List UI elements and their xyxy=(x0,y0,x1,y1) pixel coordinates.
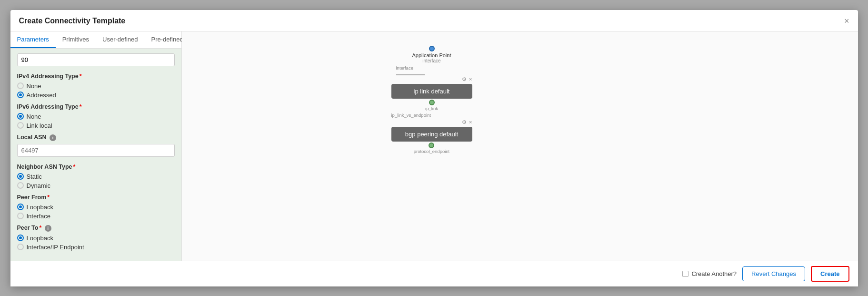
connector2-label-area: ip_link_vs_endpoint xyxy=(391,112,472,118)
peer-from-loopback[interactable]: Loopback xyxy=(17,204,175,211)
ipv6-required: * xyxy=(80,103,82,110)
neighbor-asn-label: Neighbor ASN Type* xyxy=(17,163,175,170)
node1-close-icon[interactable]: × xyxy=(469,76,472,82)
create-another-checkbox[interactable] xyxy=(682,271,688,277)
ipv4-radio-group: None Addressed xyxy=(17,82,175,99)
modal-footer: Create Another? Revert Changes Create xyxy=(10,261,858,286)
app-point-dot xyxy=(429,46,435,51)
peer-from-loopback-dot xyxy=(19,205,22,208)
local-asn-label: Local ASN i xyxy=(17,134,175,141)
peer-to-loopback-circle xyxy=(17,235,24,241)
ipv6-none[interactable]: None xyxy=(17,113,175,120)
peer-from-interface-circle xyxy=(17,213,24,219)
ipv4-none-circle xyxy=(17,82,24,89)
peer-to-loopback[interactable]: Loopback xyxy=(17,235,175,242)
neighbor-asn-radio-group: Static Dynamic xyxy=(17,173,175,189)
node2-box[interactable]: bgp peering default xyxy=(391,127,472,142)
ipv4-addressed[interactable]: Addressed xyxy=(17,92,175,99)
app-point-label: Application Point xyxy=(412,52,451,58)
neighbor-asn-static-dot xyxy=(19,175,22,178)
modal-overlay: Create Connectivity Template × Parameter… xyxy=(0,0,868,296)
peer-from-interface[interactable]: Interface xyxy=(17,213,175,220)
revert-button[interactable]: Revert Changes xyxy=(742,266,805,281)
neighbor-asn-required: * xyxy=(73,163,75,170)
node1-port-label: ip_link xyxy=(425,106,438,111)
ipv6-none-dot xyxy=(19,115,22,118)
node2-port-dot xyxy=(429,143,434,148)
form-scroll-area[interactable]: IPv4 Addressing Type* None Addressed xyxy=(10,49,181,261)
left-panel: Parameters Primitives User-defined Pre-d… xyxy=(10,31,182,261)
modal-body: Parameters Primitives User-defined Pre-d… xyxy=(10,31,858,261)
ipv4-addressed-circle xyxy=(17,92,24,98)
ipv6-label: IPv6 Addressing Type* xyxy=(17,103,175,110)
node2-port-label: protocol_endpoint xyxy=(414,149,450,154)
node1-gear-icon[interactable]: ⚙ xyxy=(462,76,467,82)
ipv6-radio-group: None Link local xyxy=(17,113,175,129)
neighbor-asn-static[interactable]: Static xyxy=(17,173,175,180)
tabs-bar: Parameters Primitives User-defined Pre-d… xyxy=(10,31,181,49)
right-panel: Application Point interface interface ⚙ xyxy=(182,31,858,261)
tab-primitives[interactable]: Primitives xyxy=(56,31,96,48)
node2-wrapper: ⚙ × bgp peering default protocol_endpoin… xyxy=(391,119,472,154)
create-another-area: Create Another? xyxy=(682,270,737,277)
ipv6-none-circle xyxy=(17,113,24,120)
tab-parameters[interactable]: Parameters xyxy=(10,31,56,48)
peer-to-label: Peer To* i xyxy=(17,225,175,232)
modal: Create Connectivity Template × Parameter… xyxy=(10,10,858,286)
modal-header: Create Connectivity Template × xyxy=(10,10,858,31)
peer-from-required: * xyxy=(47,194,50,201)
peer-from-radio-group: Loopback Interface xyxy=(17,204,175,220)
peer-to-interface-ip[interactable]: Interface/IP Endpoint xyxy=(17,244,175,251)
node1-port: ip_link xyxy=(425,100,438,111)
local-asn-info-icon: i xyxy=(50,134,56,141)
neighbor-asn-dynamic-circle xyxy=(17,182,24,189)
create-button[interactable]: Create xyxy=(811,266,849,282)
ipv4-label: IPv4 Addressing Type* xyxy=(17,73,175,80)
ipv6-link-local-circle xyxy=(17,122,24,129)
ipv4-required: * xyxy=(80,73,82,80)
node1-box[interactable]: ip link default xyxy=(391,84,472,99)
peer-to-required: * xyxy=(39,225,41,231)
ipv4-none[interactable]: None xyxy=(17,82,175,90)
close-button[interactable]: × xyxy=(844,17,849,25)
node2-gear-icon[interactable]: ⚙ xyxy=(462,119,467,125)
horiz-line1 xyxy=(396,74,425,75)
connector1-area: interface xyxy=(396,65,472,75)
create-another-label: Create Another? xyxy=(691,270,737,277)
peer-to-loopback-dot xyxy=(19,236,22,239)
node2-port: protocol_endpoint xyxy=(414,143,450,154)
peer-from-loopback-circle xyxy=(17,204,24,210)
tab-user-defined[interactable]: User-defined xyxy=(96,31,144,48)
diagram-area: Application Point interface interface ⚙ xyxy=(391,46,472,154)
ipv4-addressed-dot xyxy=(19,93,22,96)
modal-title: Create Connectivity Template xyxy=(19,17,126,25)
neighbor-asn-dynamic[interactable]: Dynamic xyxy=(17,182,175,189)
top-input[interactable] xyxy=(17,53,175,66)
peer-to-info-icon: i xyxy=(45,225,51,232)
peer-from-label: Peer From* xyxy=(17,194,175,201)
app-point-sub: interface xyxy=(422,58,440,63)
node1-port-dot xyxy=(429,100,435,105)
neighbor-asn-static-circle xyxy=(17,173,24,180)
node2-icons: ⚙ × xyxy=(391,119,472,125)
node1-wrapper: ⚙ × ip link default ip_link xyxy=(391,76,472,111)
node1-icons: ⚙ × xyxy=(391,76,472,82)
ipv6-link-local[interactable]: Link local xyxy=(17,122,175,129)
peer-to-radio-group: Loopback Interface/IP Endpoint xyxy=(17,235,175,251)
node2-close-icon[interactable]: × xyxy=(469,119,472,125)
connector1-label: interface xyxy=(396,65,413,71)
peer-to-interface-ip-circle xyxy=(17,244,24,250)
app-point-node: Application Point interface xyxy=(391,46,472,63)
local-asn-input[interactable] xyxy=(17,144,175,157)
connector2-label: ip_link_vs_endpoint xyxy=(391,112,431,118)
